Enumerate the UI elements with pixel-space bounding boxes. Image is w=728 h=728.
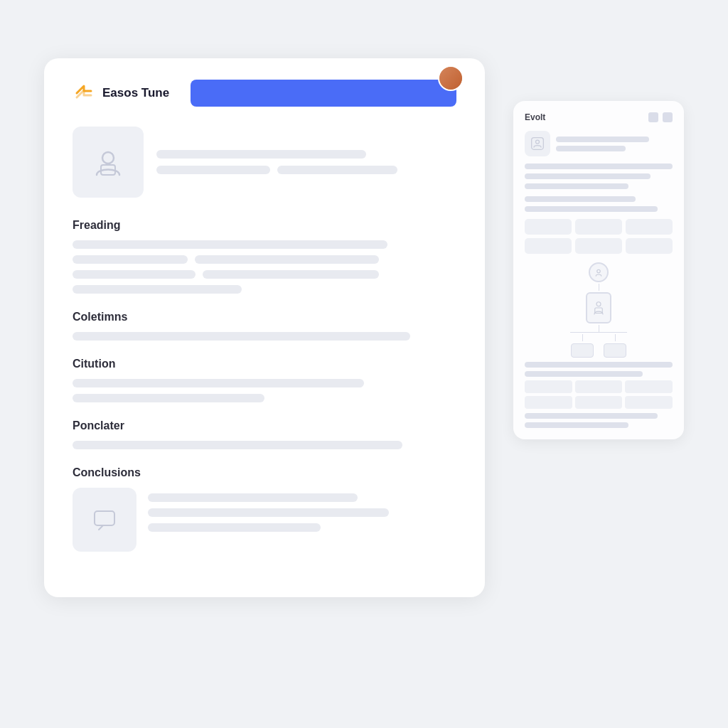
skeleton-line (73, 285, 242, 294)
secondary-grid-1 (525, 219, 673, 254)
org-person-node (586, 292, 611, 323)
svg-point-0 (102, 152, 114, 164)
org-connector-h (570, 332, 627, 333)
sec-grid-item (525, 219, 572, 235)
secondary-profile-row (525, 131, 673, 156)
sec-skeleton-line (525, 206, 658, 212)
skeleton-line (73, 332, 410, 341)
secondary-header: Evolt (525, 112, 673, 122)
org-bottom-item-2 (604, 334, 626, 358)
comment-icon-box (73, 488, 136, 552)
secondary-bottom-lines-2 (525, 413, 673, 428)
conclusions-lines (148, 488, 456, 532)
sec-skeleton-line (525, 164, 673, 169)
sec-skeleton-line (525, 371, 643, 377)
sec-skeleton-line (556, 136, 649, 142)
skeleton-line (73, 441, 402, 449)
secondary-bottom-lines (525, 362, 673, 377)
sec-grid-item (525, 380, 572, 393)
secondary-bottom-grid (525, 380, 673, 409)
secondary-card: Evolt (513, 101, 684, 439)
secondary-icons (648, 112, 673, 122)
sec-skeleton-line (525, 183, 628, 189)
sec-grid-item (625, 380, 673, 393)
sec-skeleton-line (525, 173, 651, 179)
org-connector-v (599, 325, 599, 332)
skeleton-line (73, 240, 387, 249)
sec-grid-item (626, 238, 673, 254)
citution-section: Citution (73, 358, 456, 402)
secondary-icon-1 (648, 112, 658, 122)
sec-grid-item (575, 219, 622, 235)
org-box (571, 343, 594, 358)
secondary-title: Evolt (525, 112, 545, 122)
skeleton-line (73, 379, 364, 387)
sec-grid-item (525, 238, 572, 254)
org-bottom-row (571, 334, 626, 358)
secondary-icon-2 (663, 112, 673, 122)
sec-grid-item (625, 396, 673, 409)
skeleton-line (73, 255, 188, 264)
ponclater-section: Ponclater (73, 419, 456, 449)
skeleton-line (277, 166, 397, 174)
profile-info-lines (156, 150, 456, 174)
svg-point-6 (596, 302, 601, 306)
coletimns-section: Coletimns (73, 311, 456, 341)
freading-section: Freading (73, 219, 456, 294)
avatar (438, 65, 464, 91)
secondary-lines-block-2 (525, 196, 673, 212)
svg-point-4 (536, 140, 540, 144)
sec-skeleton-line (525, 196, 636, 202)
profile-row (73, 127, 456, 198)
skeleton-line (148, 493, 358, 502)
freading-title: Freading (73, 219, 456, 232)
freading-content (73, 240, 456, 294)
org-connector-v (582, 334, 583, 341)
conclusions-section: Conclusions (73, 466, 456, 552)
skeleton-line (148, 523, 321, 532)
citution-title: Citution (73, 358, 456, 370)
skeleton-line (148, 508, 389, 517)
secondary-lines-block-1 (525, 164, 673, 189)
svg-point-5 (597, 269, 601, 273)
search-bar[interactable] (191, 80, 456, 107)
org-top-node (589, 262, 609, 282)
conclusions-content (73, 488, 456, 552)
sec-skeleton-line (525, 422, 628, 428)
conclusions-title: Conclusions (73, 466, 456, 479)
sec-skeleton-line (525, 362, 673, 368)
app-logo-icon (73, 82, 95, 105)
svg-rect-2 (95, 511, 114, 525)
profile-avatar-box (73, 127, 144, 198)
skeleton-line (73, 394, 264, 402)
skeleton-row (156, 166, 456, 174)
sec-grid-item (525, 396, 572, 409)
org-connector-v (599, 284, 599, 291)
ponclater-content (73, 441, 456, 449)
org-connector-v (615, 334, 616, 341)
main-card: Easos Tune (44, 58, 485, 597)
sec-grid-item (575, 238, 622, 254)
scene: Easos Tune (44, 44, 684, 684)
sec-grid-item (626, 219, 673, 235)
skeleton-line (156, 150, 366, 159)
citution-content (73, 379, 456, 402)
sec-grid-item (575, 396, 623, 409)
org-box (604, 343, 626, 358)
coletimns-content (73, 332, 456, 341)
sec-grid-item (575, 380, 623, 393)
secondary-profile-lines (556, 136, 673, 151)
org-chart (525, 262, 673, 358)
ponclater-title: Ponclater (73, 419, 456, 432)
header-row: Easos Tune (73, 80, 456, 107)
sec-skeleton-line (556, 146, 626, 151)
coletimns-title: Coletimns (73, 311, 456, 323)
skeleton-line (156, 166, 270, 174)
app-title: Easos Tune (102, 86, 169, 100)
skeleton-line (203, 270, 379, 279)
skeleton-line (195, 255, 379, 264)
sec-skeleton-line (525, 413, 658, 419)
secondary-avatar (525, 131, 550, 156)
org-bottom-item-1 (571, 334, 594, 358)
skeleton-line (73, 270, 196, 279)
